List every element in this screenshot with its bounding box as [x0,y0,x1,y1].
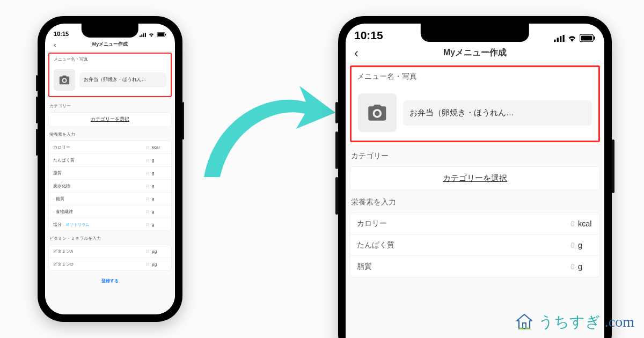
battery-icon [580,34,596,42]
nutrition-row[interactable]: 食物繊維0g [49,205,171,218]
svg-rect-6 [165,34,166,35]
screen-content: メニュー名・写真 お弁当（卵焼き・ほうれん… カテゴリー カテゴリーを選択 栄養… [346,63,604,338]
svg-rect-2 [143,33,144,37]
watermark-text: うちすぎ [538,312,601,332]
section-label-menu: メニュー名・写真 [49,54,171,64]
menu-name-section-highlight: メニュー名・写真 お弁当（卵焼き・ほうれん… [350,65,600,142]
menu-name-section-highlight: メニュー名・写真 お弁当（卵焼き・ほうれん… [48,53,172,97]
section-label-category: カテゴリー [346,146,604,164]
svg-rect-8 [557,38,559,42]
nutrition-row[interactable]: 糖質0g [49,193,171,205]
nutrition-list: カロリー0kcal たんぱく質0g 脂質0g 炭水化物0g 糖質0g 食物繊維0… [48,141,172,231]
signal-icon [554,35,565,42]
vitamin-row[interactable]: ビタミンA0μg [49,245,171,258]
svg-rect-0 [140,35,141,37]
back-button[interactable]: ‹ [50,38,60,50]
house-icon [514,311,535,333]
phone-mockup-large: 10:15 ‹ Myメニュー作成 メニュー名・写真 お弁当（卵焼き・ほうれん… [338,16,612,338]
page-title: Myメニュー作成 [92,41,128,48]
svg-rect-5 [157,33,164,36]
wifi-icon [148,33,155,37]
nutrition-row[interactable]: たんぱく質0g [49,154,171,167]
camera-icon [58,74,70,86]
watermark-logo: うちすぎ.com [514,311,634,333]
submit-button[interactable]: 登録する [45,273,175,289]
vitamin-row[interactable]: ビタミンD0μg [49,258,171,270]
nav-bar: ‹ Myメニュー作成 [346,43,604,63]
nutrition-row[interactable]: 脂質0g [49,167,171,180]
nutrition-row[interactable]: 塩分⇄ ナトリウム0g [49,218,171,231]
add-photo-button[interactable] [54,69,75,91]
nutrition-row[interactable]: たんぱく質0g [350,234,599,256]
menu-name-input[interactable]: お弁当（卵焼き・ほうれん… [403,100,592,126]
category-select-button[interactable]: カテゴリーを選択 [48,112,172,127]
vitamin-list: ビタミンA0μg ビタミンD0μg [48,245,172,271]
menu-name-input[interactable]: お弁当（卵焼き・ほうれん… [79,72,166,87]
back-button[interactable]: ‹ [351,43,362,63]
page-title: Myメニュー作成 [443,47,507,58]
status-time: 10:15 [354,29,383,42]
svg-rect-9 [560,36,561,42]
status-icons [140,32,166,37]
nutrition-row[interactable]: 脂質0g [350,256,599,277]
zoom-arrow-icon [193,70,338,193]
svg-rect-12 [581,35,592,40]
status-icons [554,34,596,42]
phone-notch [421,24,529,42]
section-label-nutrition: 栄養素を入力 [45,129,175,139]
section-label-menu: メニュー名・写真 [352,67,598,85]
signal-icon [140,33,146,37]
sodium-toggle-link[interactable]: ⇄ ナトリウム [66,222,89,227]
section-label-nutrition: 栄養素を入力 [346,193,604,210]
svg-rect-10 [563,35,565,42]
wifi-icon [567,35,577,42]
svg-rect-14 [523,323,526,328]
svg-rect-13 [594,36,595,40]
nutrition-row[interactable]: カロリー0kcal [350,213,599,234]
phone-mockup-small: 10:15 ‹ Myメニュー作成 メニュー名・写真 お弁当（卵焼き・ほうれん… [38,16,182,322]
battery-icon [157,32,166,37]
nutrition-list: カロリー0kcal たんぱく質0g 脂質0g [350,212,600,277]
nav-bar: ‹ Myメニュー作成 [45,38,175,52]
camera-icon [367,102,388,123]
status-time: 10:15 [54,31,69,37]
svg-rect-7 [554,39,555,41]
svg-rect-1 [141,34,142,37]
svg-rect-3 [145,33,146,37]
nutrition-row[interactable]: カロリー0kcal [49,141,171,154]
screen-content: メニュー名・写真 お弁当（卵焼き・ほうれん… カテゴリー カテゴリーを選択 栄養… [45,52,175,314]
nutrition-row[interactable]: 炭水化物0g [49,180,171,193]
watermark-domain: .com [605,313,634,330]
section-label-category: カテゴリー [45,100,175,111]
phone-notch [82,24,138,38]
category-select-button[interactable]: カテゴリーを選択 [350,166,600,190]
section-label-vitamin: ビタミン・ミネラルを入力 [45,233,175,243]
add-photo-button[interactable] [358,93,397,132]
